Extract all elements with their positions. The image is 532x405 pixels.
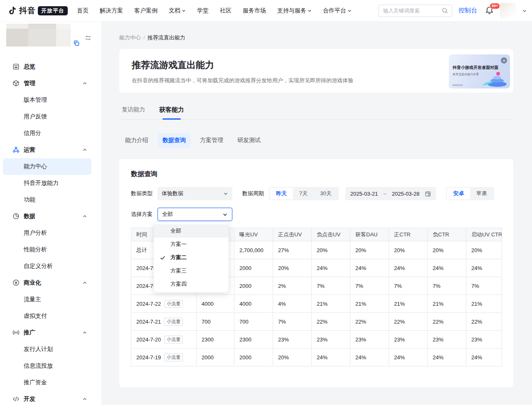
banner-decoration xyxy=(496,72,500,76)
play-icon xyxy=(501,57,507,64)
data-cell: 24% xyxy=(312,259,350,277)
sidebar-item-信息流投放[interactable]: 信息流投放 xyxy=(3,358,91,374)
data-cell: 27% xyxy=(273,241,312,259)
notification-count-badge: 99+ xyxy=(490,3,500,9)
data-cell: 2300 xyxy=(234,331,273,349)
breadcrumb-current: 推荐流直出能力 xyxy=(148,34,185,41)
sidebar-section-label: 总览 xyxy=(24,63,35,71)
nav-item-服务市场[interactable]: 服务市场 xyxy=(243,7,266,15)
sidebar-item-推广资金[interactable]: 推广资金 xyxy=(3,374,91,391)
os-segmented: 安卓苹果 xyxy=(446,187,494,200)
traffic-badge: 小流量 xyxy=(164,318,183,326)
nav-item-社区[interactable]: 社区 xyxy=(220,7,232,15)
search-input[interactable] xyxy=(382,7,442,14)
subtab-能力介绍[interactable]: 能力介绍 xyxy=(120,133,153,147)
data-cell: 7% xyxy=(428,277,466,295)
placeholder-block xyxy=(6,29,28,47)
tab-复访能力[interactable]: 复访能力 xyxy=(122,106,145,119)
os-苹果[interactable]: 苹果 xyxy=(470,188,493,199)
data-cell: 24% xyxy=(350,349,389,366)
section-collapse-control[interactable] xyxy=(82,214,87,219)
notification-bell[interactable]: 99+ xyxy=(485,6,494,15)
plan-option-方案一[interactable]: 方案一 xyxy=(154,238,229,251)
avatar[interactable] xyxy=(500,3,516,19)
calendar-icon xyxy=(425,191,431,197)
nav-item-合作平台[interactable]: 合作平台 xyxy=(323,7,352,15)
option-label: 方案二 xyxy=(170,254,187,261)
console-link[interactable]: 控制台 xyxy=(458,7,477,15)
sidebar-item-能力中心[interactable]: 能力中心 xyxy=(3,158,91,175)
data-cell: 22% xyxy=(350,313,389,331)
data-type-select[interactable]: 体验数据 xyxy=(158,187,232,200)
nav-item-文档[interactable]: 文档 xyxy=(169,7,186,15)
period-7天[interactable]: 7天 xyxy=(293,188,314,199)
traffic-badge: 小流量 xyxy=(164,336,183,344)
sidebar-section-运营[interactable]: 运营 xyxy=(3,142,91,158)
sidebar-section-推广[interactable]: 推广 xyxy=(3,324,91,341)
capability-tabs: 复访能力获客能力 xyxy=(119,106,513,120)
data-cell: 22% xyxy=(428,313,466,331)
sidebar-item-抖音开放能力[interactable]: 抖音开放能力 xyxy=(3,175,91,191)
segment-label: 安卓 xyxy=(453,190,464,197)
subtab-方案管理[interactable]: 方案管理 xyxy=(195,133,228,147)
sidebar-menu: 总览管理版本管理用户反馈信用分运营能力中心抖音开放能力功能数据用户分析性能分析自… xyxy=(0,59,101,405)
section-collapse-control[interactable] xyxy=(82,397,87,402)
placeholder-block xyxy=(28,29,56,47)
nav-item-label: 社区 xyxy=(220,7,232,15)
search-box[interactable] xyxy=(378,5,452,17)
data-cell: 24% xyxy=(389,349,428,366)
plan-option-全部[interactable]: 全部 xyxy=(154,224,229,238)
chevron-down-icon xyxy=(182,9,186,13)
sidebar-item-发行人计划[interactable]: 发行人计划 xyxy=(3,341,91,358)
sidebar-item-label: 版本管理 xyxy=(24,96,47,104)
subtab-研发测试[interactable]: 研发测试 xyxy=(232,133,266,147)
switch-app-icon[interactable] xyxy=(84,35,92,41)
plan-select[interactable]: 全部 xyxy=(158,208,232,221)
sidebar-item-自定义分析[interactable]: 自定义分析 xyxy=(3,258,91,275)
sidebar-section-总览[interactable]: 总览 xyxy=(3,59,91,75)
broadcast-icon xyxy=(12,329,20,336)
nav-item-支持与服务[interactable]: 支持与服务 xyxy=(277,7,312,15)
plan-select-value: 全部 xyxy=(162,211,173,218)
section-collapse-control[interactable] xyxy=(82,147,87,152)
section-collapse-control[interactable] xyxy=(82,330,87,335)
sidebar-section-开发[interactable]: 开发 xyxy=(3,391,91,405)
sidebar-item-流量主[interactable]: 流量主 xyxy=(3,291,91,308)
sidebar-section-管理[interactable]: 管理 xyxy=(3,75,91,92)
promo-banner[interactable]: 抖音小游戏开发者面对面 推荐流直出能力分享 xyxy=(449,54,510,88)
breadcrumb-parent[interactable]: 能力中心 xyxy=(119,34,141,41)
sidebar-section-商业化[interactable]: 商业化 xyxy=(3,275,91,291)
plan-option-方案四[interactable]: 方案四 xyxy=(154,277,229,291)
nav-item-学堂[interactable]: 学堂 xyxy=(197,7,209,15)
sidebar-item-虚拟支付[interactable]: 虚拟支付 xyxy=(3,308,91,324)
sidebar-item-用户反馈[interactable]: 用户反馈 xyxy=(3,108,91,125)
nav-item-首页[interactable]: 首页 xyxy=(77,7,89,15)
sidebar-item-用户分析[interactable]: 用户分析 xyxy=(3,225,91,241)
brand-logo[interactable]: 抖音 开放平台 xyxy=(7,5,68,16)
sidebar-item-功能[interactable]: 功能 xyxy=(3,191,91,208)
plan-option-方案三[interactable]: 方案三 xyxy=(154,264,229,277)
sidebar-section-label: 管理 xyxy=(24,80,35,87)
section-collapse-control[interactable] xyxy=(82,81,87,86)
banner-decoration xyxy=(493,76,501,79)
plan-option-方案二[interactable]: 方案二 xyxy=(154,251,229,264)
nav-item-客户案例[interactable]: 客户案例 xyxy=(134,7,158,15)
sidebar-section-数据[interactable]: 数据 xyxy=(3,208,91,225)
data-cell: 24% xyxy=(466,259,502,277)
os-安卓[interactable]: 安卓 xyxy=(447,188,470,199)
account-chevron-down-icon[interactable] xyxy=(522,8,527,13)
data-cell: 24% xyxy=(428,349,466,366)
nav-item-解决方案[interactable]: 解决方案 xyxy=(100,7,123,15)
date-range-picker[interactable]: 2025-03-21 ~ 2025-03-28 xyxy=(345,187,436,200)
period-昨天[interactable]: 昨天 xyxy=(270,188,293,199)
tab-获客能力[interactable]: 获客能力 xyxy=(159,106,184,119)
sidebar-item-性能分析[interactable]: 性能分析 xyxy=(3,241,91,258)
subtab-数据查询[interactable]: 数据查询 xyxy=(158,133,191,147)
section-collapse-control[interactable] xyxy=(82,280,87,285)
copy-icon[interactable] xyxy=(73,40,80,47)
sidebar-item-信用分[interactable]: 信用分 xyxy=(3,125,91,142)
sidebar-item-版本管理[interactable]: 版本管理 xyxy=(3,92,91,108)
data-cell: 23% xyxy=(273,331,312,349)
period-30天[interactable]: 30天 xyxy=(314,188,337,199)
sidebar-section-label: 运营 xyxy=(24,146,35,154)
